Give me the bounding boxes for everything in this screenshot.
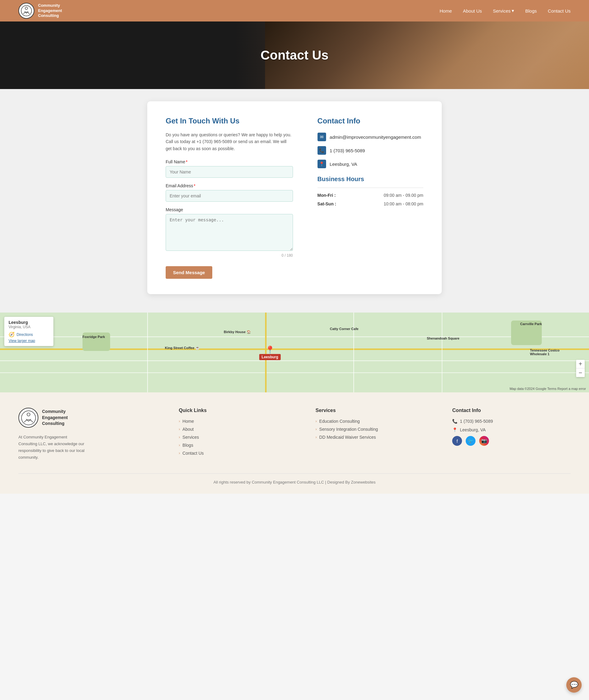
- chevron-down-icon: ▾: [512, 8, 514, 13]
- chevron-icon: ›: [179, 419, 180, 423]
- contact-section: Get In Touch With Us Do you have any que…: [0, 89, 589, 312]
- email-input[interactable]: [166, 190, 293, 202]
- hours-row-weekend: Sat-Sun : 10:00 am - 08:00 pm: [318, 201, 423, 206]
- footer-phone-icon: 📞: [452, 419, 457, 424]
- full-name-group: Full Name*: [166, 159, 293, 178]
- message-textarea[interactable]: [166, 214, 293, 251]
- nav-home[interactable]: Home: [440, 8, 452, 13]
- contact-form-column: Get In Touch With Us Do you have any que…: [166, 117, 293, 279]
- footer-link-services[interactable]: ›Services: [179, 435, 297, 440]
- map-view-larger-link[interactable]: View larger map: [9, 339, 49, 343]
- hours-row-weekday: Mon-Fri : 09:00 am - 09.00 pm: [318, 193, 423, 198]
- footer-logo-icon: [18, 408, 38, 428]
- footer-location-value: Leesburg, VA: [460, 427, 485, 432]
- nav-contact[interactable]: Contact Us: [548, 8, 571, 13]
- email-group: Email Address*: [166, 183, 293, 202]
- hero-banner: Contact Us: [0, 21, 589, 89]
- message-label: Message: [166, 207, 293, 212]
- footer-location: 📍 Leesburg, VA: [452, 427, 571, 432]
- birkby-house-label: Birkby House 🏠: [224, 330, 251, 334]
- chevron-icon: ›: [179, 451, 180, 455]
- footer-quick-links: Quick Links ›Home ›About ›Services ›Blog…: [179, 408, 297, 461]
- map-city-sub: Virginia, USA: [9, 325, 49, 329]
- phone-icon: 📞: [318, 146, 326, 155]
- map-zoom-in-button[interactable]: +: [576, 360, 585, 369]
- footer-brand-description: At Community Engagement Consulting LLC, …: [18, 434, 86, 461]
- nav-blogs[interactable]: Blogs: [525, 8, 537, 13]
- footer-logo: Community Engagement Consulting: [18, 408, 161, 428]
- chevron-icon: ›: [179, 435, 180, 439]
- main-nav: Home About Us Services ▾ Blogs Contact U…: [440, 8, 571, 13]
- footer-logo-text: Community Engagement Consulting: [42, 409, 68, 427]
- footer-phone: 📞 1 (703) 965-5089: [452, 419, 571, 424]
- footer-social-links: f 🐦 📷: [452, 436, 571, 446]
- services-title: Services: [316, 408, 434, 413]
- contact-card: Get In Touch With Us Do you have any que…: [147, 101, 442, 294]
- phone-value: 1 (703) 965-5089: [330, 148, 365, 153]
- page-title: Contact Us: [260, 48, 329, 62]
- instagram-icon[interactable]: 📷: [479, 436, 489, 446]
- phone-info: 📞 1 (703) 965-5089: [318, 146, 423, 155]
- map-directions-button[interactable]: 🧭 Directions: [9, 331, 49, 337]
- form-title: Get In Touch With Us: [166, 117, 293, 125]
- logo[interactable]: Community Engagement Consulting: [18, 3, 62, 19]
- catty-corner-label: Catty Corner Cafe: [330, 327, 359, 331]
- form-description: Do you have any questions or queries? We…: [166, 131, 293, 152]
- chevron-icon: ›: [316, 419, 317, 423]
- business-hours-title: Business Hours: [318, 176, 423, 183]
- weekday-hours: 09:00 am - 09.00 pm: [384, 193, 423, 198]
- contact-info-column: Contact Info ✉ admin@improvecommunityeng…: [318, 117, 423, 279]
- footer-phone-value: 1 (703) 965-5089: [460, 419, 493, 424]
- footer: Community Engagement Consulting At Commu…: [0, 392, 589, 494]
- location-value: Leesburg, VA: [330, 161, 357, 167]
- carrville-park-label: Carrville Park: [520, 322, 542, 326]
- footer-service-dd[interactable]: ›DD Medicaid Waiver Services: [316, 435, 434, 440]
- map-section: Foxridge Park Carrville Park King Street…: [0, 312, 589, 392]
- location-info: 📍 Leesburg, VA: [318, 160, 423, 168]
- footer-link-blogs[interactable]: ›Blogs: [179, 443, 297, 448]
- map-leesburg-label: Leesburg: [259, 354, 281, 360]
- twitter-icon[interactable]: 🐦: [466, 436, 475, 446]
- send-message-button[interactable]: Send Message: [166, 266, 212, 279]
- email-value: admin@improvecommunityengagement.com: [330, 134, 421, 140]
- map-pin-icon: 📍: [259, 346, 281, 354]
- map-background: Foxridge Park Carrville Park King Street…: [0, 312, 589, 392]
- footer-services: Services ›Education Consulting ›Sensory …: [316, 408, 434, 461]
- full-name-label: Full Name*: [166, 159, 293, 164]
- footer-contact-title: Contact Info: [452, 408, 571, 413]
- map-info-box: Leesburg Virginia, USA 🧭 Directions View…: [4, 317, 53, 346]
- map-city-name: Leesburg: [9, 320, 49, 325]
- nav-about[interactable]: About Us: [463, 8, 482, 13]
- logo-icon: [18, 3, 34, 19]
- header: Community Engagement Consulting Home Abo…: [0, 0, 589, 21]
- facebook-icon[interactable]: f: [452, 436, 462, 446]
- char-count: 0 / 180: [166, 253, 293, 258]
- weekday-label: Mon-Fri :: [318, 193, 348, 198]
- location-icon: 📍: [318, 160, 326, 168]
- directions-label: Directions: [17, 332, 33, 337]
- costco-label: Tennessee CostcoWholesale 1: [530, 348, 560, 356]
- weekend-hours: 10:00 am - 08:00 pm: [384, 201, 423, 206]
- footer-service-sensory[interactable]: ›Sensory Integration Consulting: [316, 427, 434, 432]
- footer-link-home[interactable]: ›Home: [179, 419, 297, 424]
- chevron-icon: ›: [316, 427, 317, 431]
- footer-link-about[interactable]: ›About: [179, 427, 297, 432]
- footer-copyright: All rights reserved by Community Engagem…: [213, 480, 376, 484]
- quick-links-title: Quick Links: [179, 408, 297, 413]
- message-group: Message 0 / 180: [166, 207, 293, 258]
- map-pin-area: 📍 Leesburg: [259, 346, 281, 360]
- full-name-input[interactable]: [166, 166, 293, 178]
- chevron-icon: ›: [179, 427, 180, 431]
- email-label: Email Address*: [166, 183, 293, 188]
- chevron-icon: ›: [179, 443, 180, 447]
- email-icon: ✉: [318, 133, 326, 141]
- nav-services[interactable]: Services ▾: [493, 8, 515, 13]
- map-attribution: Map data ©2024 Google Terms Report a map…: [510, 387, 586, 391]
- map-zoom-out-button[interactable]: −: [576, 369, 585, 377]
- footer-service-education[interactable]: ›Education Consulting: [316, 419, 434, 424]
- footer-link-contact[interactable]: ›Contact Us: [179, 451, 297, 456]
- chevron-icon: ›: [316, 435, 317, 439]
- hours-divider: [318, 187, 423, 188]
- logo-text: Community Engagement Consulting: [38, 3, 62, 19]
- footer-top: Community Engagement Consulting At Commu…: [18, 408, 571, 461]
